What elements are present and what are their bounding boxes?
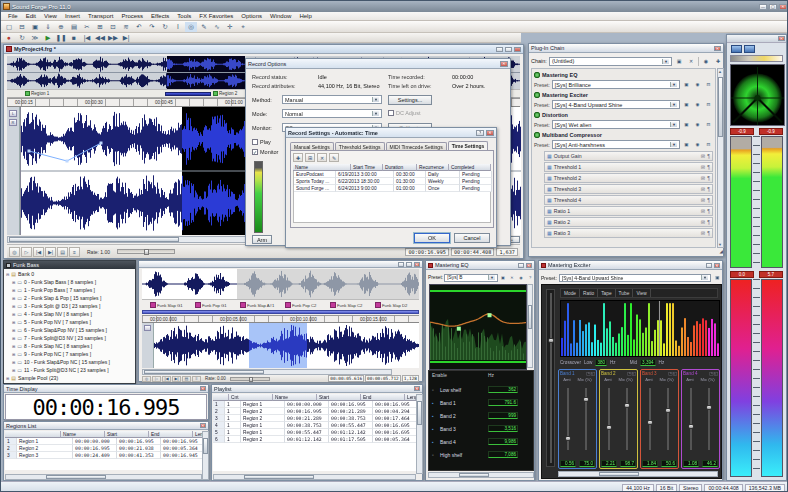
preset-select[interactable]: [Sys] Brilliance▼ bbox=[552, 80, 680, 89]
save-icon[interactable]: ▣ bbox=[29, 22, 41, 32]
playlist-row[interactable]: 2 1Region 2 00:00:16.99500:00:21.289 00:… bbox=[213, 408, 421, 415]
play-checkbox[interactable]: Play bbox=[252, 139, 271, 145]
expand-icon[interactable]: ⊞ bbox=[12, 320, 15, 325]
menu-item[interactable]: Window bbox=[266, 13, 295, 19]
preset-select[interactable]: [Sys] 4-Band Upward Shine▼ bbox=[552, 100, 680, 109]
tree-item[interactable]: ⊞ ▭ 11 - Funk Split@D3 NC [ 23 samples ] bbox=[12, 366, 135, 374]
envelope-tool-icon[interactable]: ∿ bbox=[211, 22, 223, 32]
clip-indicator-left[interactable]: -0.9 bbox=[730, 128, 754, 135]
column-header[interactable]: Name bbox=[293, 164, 351, 171]
menu-item[interactable]: Help bbox=[295, 13, 315, 19]
bypass-icon[interactable]: ◉ bbox=[693, 81, 702, 89]
enable-checkbox[interactable]: ▪ bbox=[432, 400, 440, 406]
expand-icon[interactable]: ⊞ bbox=[12, 328, 15, 333]
doc-maximize-button[interactable] bbox=[406, 262, 412, 267]
band-bypass-icon[interactable]: ◱ bbox=[714, 371, 718, 376]
regions-list-titlebar[interactable]: Regions List ✕ bbox=[4, 422, 208, 430]
column-header[interactable]: End bbox=[361, 394, 405, 401]
tree-bank-row[interactable]: ⊟ ▤ Bank 0 bbox=[6, 270, 135, 278]
envelope-icon[interactable]: ✉ bbox=[701, 230, 705, 236]
minimize-button[interactable]: — bbox=[759, 4, 767, 10]
panel-close-button[interactable]: ✕ bbox=[200, 386, 206, 391]
panel-close-button[interactable]: ✕ bbox=[414, 386, 420, 391]
bypass-all-icon[interactable]: ◉ bbox=[701, 57, 711, 66]
scrub-icon[interactable]: ≡ bbox=[69, 247, 80, 257]
region-row[interactable]: 1 Region 100:00:00.000 00:00:16.99500:00… bbox=[5, 438, 207, 445]
channel-r-button[interactable]: R bbox=[9, 119, 17, 126]
plugin-header[interactable]: Multiband Compressor bbox=[534, 130, 713, 139]
automation-icon[interactable]: ¶ bbox=[707, 230, 710, 236]
doc2-titlebar[interactable]: ✕ bbox=[139, 261, 422, 268]
remove-plugin-icon[interactable]: ⊟ bbox=[704, 121, 713, 129]
expand-icon[interactable]: ⊞ bbox=[12, 288, 15, 293]
channel-l-button[interactable]: L bbox=[9, 110, 17, 117]
tree-item[interactable]: ⊞ ▭ 4 - Funk Slap NV [ 8 samples ] bbox=[12, 310, 135, 318]
loop-playback-icon[interactable]: ↻ bbox=[16, 33, 28, 42]
go-to-start-icon[interactable]: |◀ bbox=[33, 247, 44, 257]
automation-param-row[interactable]: ▦ Threshold 2 ✉ ¶ bbox=[544, 173, 713, 183]
amt-value[interactable]: 1.84 bbox=[642, 460, 658, 467]
eq-graph[interactable] bbox=[429, 284, 527, 370]
cut-icon[interactable]: ✂ bbox=[81, 22, 93, 32]
mix-value[interactable]: 50.6 bbox=[661, 460, 677, 467]
column-header[interactable]: Name bbox=[61, 431, 105, 438]
eq-band-row[interactable]: ▪ Band 3 3,516 bbox=[432, 422, 530, 435]
go-to-start-icon[interactable]: |◀ bbox=[162, 376, 171, 382]
playlist-row[interactable]: 1 1Region 1 00:00:00.00000:00:16.995 00:… bbox=[213, 401, 421, 408]
panel-close-button[interactable]: ✕ bbox=[200, 423, 206, 428]
open-icon[interactable]: ⊟ bbox=[16, 22, 28, 32]
meter-option-button[interactable] bbox=[744, 45, 755, 53]
panel-close-button[interactable]: ✕ bbox=[526, 263, 532, 268]
column-header[interactable]: Start bbox=[105, 431, 149, 438]
tree-item[interactable]: ⊞ ▭ 10 - Funk Slap&Pop NC [ 15 samples ] bbox=[12, 358, 135, 366]
horizontal-scrollbar[interactable] bbox=[558, 471, 718, 477]
save-preset-icon[interactable]: ▣ bbox=[682, 101, 691, 109]
print-icon[interactable]: ▤ bbox=[68, 22, 80, 32]
enable-checkbox[interactable]: ▪ bbox=[432, 426, 440, 432]
exciter-mode-button[interactable]: Tube bbox=[616, 289, 634, 297]
tree-item[interactable]: ⊞ ▭ 7 - Funk Split@D3 NV [ 23 samples ] bbox=[12, 334, 135, 342]
sample-region-marker[interactable]: Funk Pop C2 bbox=[285, 300, 330, 310]
play-icon[interactable]: ▷ bbox=[21, 247, 32, 257]
tree-item[interactable]: ⊞ ▭ 5 - Funk Pop NV [ 7 samples ] bbox=[12, 318, 135, 326]
band-bypass-icon[interactable]: ◱ bbox=[591, 371, 595, 376]
record-options-titlebar[interactable]: Record Options ✕ bbox=[246, 59, 510, 69]
mix-value[interactable]: 46.2 bbox=[702, 460, 718, 467]
expand-icon[interactable]: ⊞ bbox=[12, 312, 15, 317]
save-preset-icon[interactable]: ▣ bbox=[499, 274, 507, 282]
save-preset-icon[interactable]: ▣ bbox=[682, 121, 691, 129]
automation-param-row[interactable]: ▦ Ratio 1 ✉ ¶ bbox=[544, 206, 713, 216]
mix-fader[interactable] bbox=[585, 388, 587, 450]
pause-icon[interactable]: ❚❚ bbox=[55, 33, 67, 42]
tree-item[interactable]: ⊞ ▭ 2 - Funk Slap & Pop [ 15 samples ] bbox=[12, 294, 135, 302]
automation-icon[interactable]: ¶ bbox=[707, 164, 710, 170]
menu-item[interactable]: File bbox=[4, 13, 22, 19]
help-icon[interactable]: ? bbox=[526, 274, 534, 282]
save-preset-icon[interactable]: ▣ bbox=[713, 274, 722, 282]
record-icon[interactable]: ● bbox=[3, 33, 15, 42]
cancel-button[interactable]: Cancel bbox=[454, 233, 490, 243]
clip-indicator-right[interactable]: -0.9 bbox=[759, 128, 783, 135]
menu-item[interactable]: Transport bbox=[84, 13, 117, 19]
menu-item[interactable]: FX Favorites bbox=[195, 13, 237, 19]
tree-item[interactable]: ⊞ ▭ 9 - Funk Pop NC [ 7 samples ] bbox=[12, 350, 135, 358]
column-header[interactable]: Cnt bbox=[229, 394, 273, 401]
region-row[interactable]: 2 Region 200:00:16.995 00:00:21.03800:00… bbox=[5, 445, 207, 452]
loop-icon[interactable]: ▤ bbox=[57, 247, 68, 257]
expand-icon[interactable]: ⊞ bbox=[12, 296, 15, 301]
enable-checkbox[interactable]: ▫ bbox=[432, 452, 440, 458]
tree-pool-row[interactable]: ⊞ ▤ Sample Pool (23) bbox=[6, 374, 135, 382]
sample-region-marker[interactable]: Funk Pop G1 bbox=[195, 300, 240, 310]
expand-icon[interactable]: ⊞ bbox=[12, 360, 15, 365]
forward-icon[interactable]: ▶▶ bbox=[107, 33, 119, 42]
amt-value[interactable]: 1.08 bbox=[683, 460, 699, 467]
ok-button[interactable]: OK bbox=[414, 233, 450, 243]
panel-pin-button[interactable] bbox=[518, 263, 524, 268]
eq-band-row[interactable]: ▫ Low shelf 362 bbox=[432, 383, 530, 396]
mix-value[interactable]: 98.7 bbox=[620, 460, 636, 467]
expand-icon[interactable]: ⊞ bbox=[12, 352, 15, 357]
automation-icon[interactable]: ¶ bbox=[707, 186, 710, 192]
schedule-row[interactable]: Sports Today ...6/22/2013 18:30:00 01:30… bbox=[294, 178, 490, 185]
bypass-icon[interactable]: ◉ bbox=[693, 101, 702, 109]
delete-schedule-icon[interactable]: ✕ bbox=[317, 153, 327, 162]
